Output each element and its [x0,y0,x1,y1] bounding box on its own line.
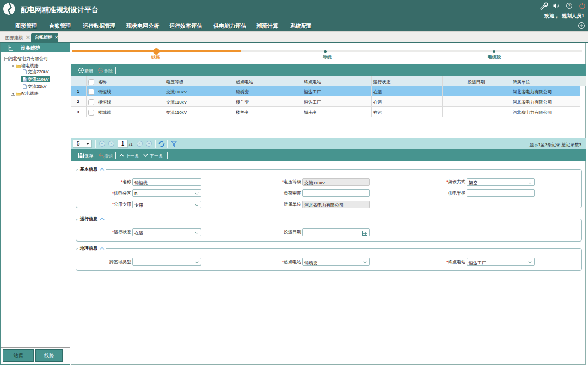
svg-text:?: ? [568,4,571,8]
